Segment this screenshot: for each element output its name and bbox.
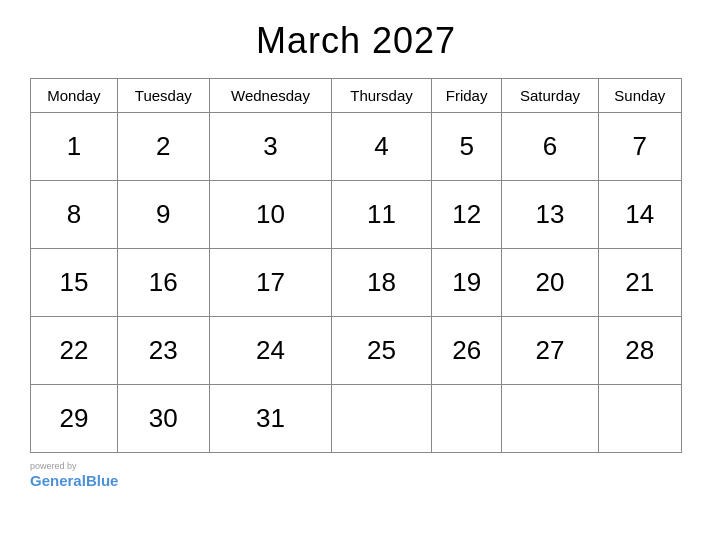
day-cell-4: 4	[332, 113, 432, 181]
week-row-3: 15161718192021	[31, 249, 682, 317]
day-header-wednesday: Wednesday	[209, 79, 331, 113]
day-cell-23: 23	[117, 317, 209, 385]
day-cell-9: 9	[117, 181, 209, 249]
brand-general: General	[30, 472, 86, 489]
day-cell-7: 7	[598, 113, 681, 181]
day-cell-5: 5	[431, 113, 502, 181]
day-cell-16: 16	[117, 249, 209, 317]
day-header-tuesday: Tuesday	[117, 79, 209, 113]
brand-blue: Blue	[86, 472, 119, 489]
day-cell-24: 24	[209, 317, 331, 385]
day-cell-25: 25	[332, 317, 432, 385]
week-row-4: 22232425262728	[31, 317, 682, 385]
day-cell-29: 29	[31, 385, 118, 453]
day-cell-18: 18	[332, 249, 432, 317]
week-row-2: 891011121314	[31, 181, 682, 249]
empty-cell	[598, 385, 681, 453]
calendar-title: March 2027	[256, 20, 456, 62]
brand-label: GeneralBlue	[30, 472, 118, 489]
header-row: MondayTuesdayWednesdayThursdayFridaySatu…	[31, 79, 682, 113]
powered-by-label: powered by	[30, 461, 77, 471]
empty-cell	[502, 385, 598, 453]
day-cell-26: 26	[431, 317, 502, 385]
day-header-sunday: Sunday	[598, 79, 681, 113]
day-cell-19: 19	[431, 249, 502, 317]
day-cell-30: 30	[117, 385, 209, 453]
day-cell-10: 10	[209, 181, 331, 249]
day-cell-6: 6	[502, 113, 598, 181]
empty-cell	[332, 385, 432, 453]
day-cell-8: 8	[31, 181, 118, 249]
day-cell-11: 11	[332, 181, 432, 249]
day-cell-1: 1	[31, 113, 118, 181]
week-row-5: 293031	[31, 385, 682, 453]
week-row-1: 1234567	[31, 113, 682, 181]
day-cell-14: 14	[598, 181, 681, 249]
day-header-friday: Friday	[431, 79, 502, 113]
day-cell-2: 2	[117, 113, 209, 181]
footer: powered by GeneralBlue	[30, 461, 118, 489]
day-header-saturday: Saturday	[502, 79, 598, 113]
empty-cell	[431, 385, 502, 453]
day-cell-31: 31	[209, 385, 331, 453]
day-cell-17: 17	[209, 249, 331, 317]
day-cell-20: 20	[502, 249, 598, 317]
day-cell-15: 15	[31, 249, 118, 317]
day-cell-22: 22	[31, 317, 118, 385]
day-header-monday: Monday	[31, 79, 118, 113]
day-cell-12: 12	[431, 181, 502, 249]
day-cell-27: 27	[502, 317, 598, 385]
day-header-thursday: Thursday	[332, 79, 432, 113]
calendar-table: MondayTuesdayWednesdayThursdayFridaySatu…	[30, 78, 682, 453]
day-cell-21: 21	[598, 249, 681, 317]
day-cell-28: 28	[598, 317, 681, 385]
day-cell-13: 13	[502, 181, 598, 249]
day-cell-3: 3	[209, 113, 331, 181]
